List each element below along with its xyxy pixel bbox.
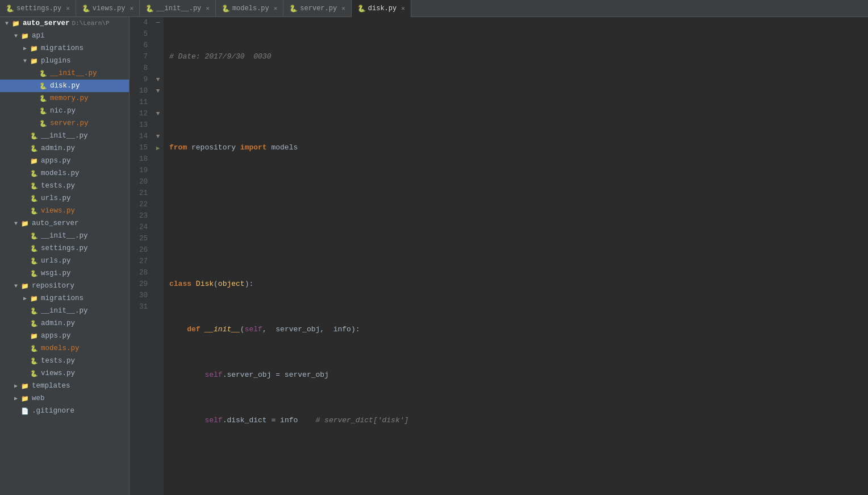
fold-line-31 [152,301,164,313]
tree-item-label: urls.py [41,194,71,202]
tab-server[interactable]: 🐍 server.py ✕ [283,0,351,17]
tree-item-plugins-init[interactable]: 🐍 __init__.py [0,67,129,80]
tree-item-label: auto_server [32,219,79,227]
tab-close-disk[interactable]: ✕ [401,5,405,12]
tree-item-auto-settings[interactable]: 🐍 settings.py [0,242,129,255]
fold-line-7 [152,51,164,63]
tree-item-label: tests.py [41,357,75,365]
tree-item-apps[interactable]: 📁 apps.py [0,155,129,167]
comment-text: # server_dict['disk'] [316,415,409,426]
tree-item-label: repository [32,282,74,290]
tree-item-wsgi[interactable]: 🐍 wsgi.py [0,267,129,280]
fold-line-4[interactable]: ─ [152,17,164,28]
py-file-icon: 🐍 [30,256,39,265]
tree-item-views-api[interactable]: 🐍 views.py [0,205,129,217]
classname-disk: Disk [196,278,214,290]
tab-close-models[interactable]: ✕ [274,5,278,12]
tree-item-repo-views[interactable]: 🐍 views.py [0,367,129,380]
tree-item-repo-admin[interactable]: 🐍 admin.py [0,317,129,330]
tree-item-disk[interactable]: 🐍 disk.py [0,80,129,92]
tab-close-views[interactable]: ✕ [130,5,133,12]
expand-arrow: ▼ [11,221,20,227]
fold-line-22 [152,199,164,210]
param: info [333,324,351,335]
tab-views[interactable]: 🐍 views.py ✕ [76,0,140,17]
comment-text: # Date: 2017/9/30 0030 [169,51,271,63]
code-text: = server_obj [271,369,328,381]
py-file-icon: 🐍 [30,194,39,203]
code-text: object [218,278,245,290]
tree-item-auto-urls[interactable]: 🐍 urls.py [0,255,129,267]
tree-item-repository[interactable]: ▼ 📁 repository [0,280,129,292]
tab-models[interactable]: 🐍 models.py ✕ [216,0,283,17]
tab-init[interactable]: 🐍 __init__.py ✕ [140,0,216,17]
tree-item-label: server.py [50,119,89,127]
tree-item-repo-init[interactable]: 🐍 __init__.py [0,305,129,317]
tab-close-settings[interactable]: ✕ [66,5,70,12]
py-file-icon: 🐍 [30,306,39,315]
attr: disk_dict [227,415,266,426]
path-label: D:\Learn\P [72,20,110,27]
tree-item-plugins[interactable]: ▼ 📁 plugins [0,55,129,67]
tree-item-web[interactable]: ▶ 📁 web [0,392,129,405]
tree-item-auto-server[interactable]: ▼ 📁 auto_server [0,217,129,230]
code-space [191,278,196,290]
tree-item-auto-init[interactable]: 🐍 __init__.py [0,230,129,242]
tree-item-repo-models[interactable]: 🐍 models.py [0,342,129,355]
code-text: , [320,324,333,335]
tree-item-server-plugins[interactable]: 🐍 server.py [0,117,129,130]
tree-item-api-init[interactable]: 🐍 __init__.py [0,130,129,142]
tree-item-label: apps.py [41,157,71,165]
folder-icon: 📁 [30,156,39,165]
self-kw: self [205,369,222,381]
tree-item-label: nic.py [50,107,76,115]
tree-item-api[interactable]: ▼ 📁 api [0,30,129,42]
fold-line-10[interactable]: ▼ [152,85,164,97]
tree-item-nic[interactable]: 🐍 nic.py [0,105,129,117]
folder-icon: 📁 [30,44,39,53]
tree-root[interactable]: ▼ 📁 auto_server D:\Learn\P [0,17,129,30]
tree-item-repo-apps[interactable]: 📁 apps.py [0,330,129,342]
tab-disk[interactable]: 🐍 disk.py ✕ [352,0,411,17]
tree-item-label: plugins [41,57,71,65]
code-text: . [223,369,227,381]
expand-arrow: ▼ [20,58,30,64]
fold-line-24 [152,222,164,233]
py-file-icon: 🐍 [30,131,39,140]
tree-item-memory[interactable]: 🐍 memory.py [0,92,129,105]
tree-item-repo-migrations[interactable]: ▶ 📁 migrations [0,292,129,305]
code-editor[interactable]: 4 5 6 7 8 9 10 11 12 13 14 15 18 19 20 2… [130,17,868,495]
fold-line-13 [152,119,164,131]
code-text[interactable]: # Date: 2017/9/30 0030 from repository i… [164,17,868,495]
tree-item-templates[interactable]: ▶ 📁 templates [0,380,129,392]
param: server_obj [276,324,320,335]
py-file-icon: 🐍 [30,319,39,328]
tree-item-admin[interactable]: 🐍 admin.py [0,142,129,155]
fold-line-15[interactable]: ▶ [152,142,164,153]
fold-line-14[interactable]: ▼ [152,131,164,142]
fold-line-12[interactable]: ▼ [152,108,164,119]
tree-item-label: admin.py [41,144,75,152]
fold-line-9[interactable]: ▼ [152,74,164,85]
file-icon: 📄 [20,406,30,415]
tab-close-server[interactable]: ✕ [341,5,345,12]
tree-item-urls-api[interactable]: 🐍 urls.py [0,192,129,205]
main-area: ▼ 📁 auto_server D:\Learn\P ▼ 📁 api ▶ 📁 m… [0,17,868,495]
tab-settings[interactable]: 🐍 settings.py ✕ [0,0,76,17]
fold-gutter: ─ ▼ ▼ ▼ ▼ ▶ [152,17,164,495]
tree-item-gitignore[interactable]: 📄 .gitignore [0,405,129,417]
folder-icon: 📁 [30,331,39,340]
tree-item-models-api[interactable]: 🐍 models.py [0,167,129,180]
file-tree[interactable]: ▼ 📁 auto_server D:\Learn\P ▼ 📁 api ▶ 📁 m… [0,17,130,495]
tree-item-tests[interactable]: 🐍 tests.py [0,180,129,192]
code-line-5 [169,97,868,108]
tree-item-repo-tests[interactable]: 🐍 tests.py [0,355,129,367]
tab-close-init[interactable]: ✕ [206,5,210,12]
fold-line-29 [152,278,164,290]
code-line-9: class Disk(object): [169,278,868,290]
tree-item-label: views.py [41,369,75,377]
keyword-import: import [240,142,267,153]
expand-arrow: ▼ [11,33,20,39]
fold-line-6 [152,40,164,51]
tree-item-migrations[interactable]: ▶ 📁 migrations [0,42,129,55]
